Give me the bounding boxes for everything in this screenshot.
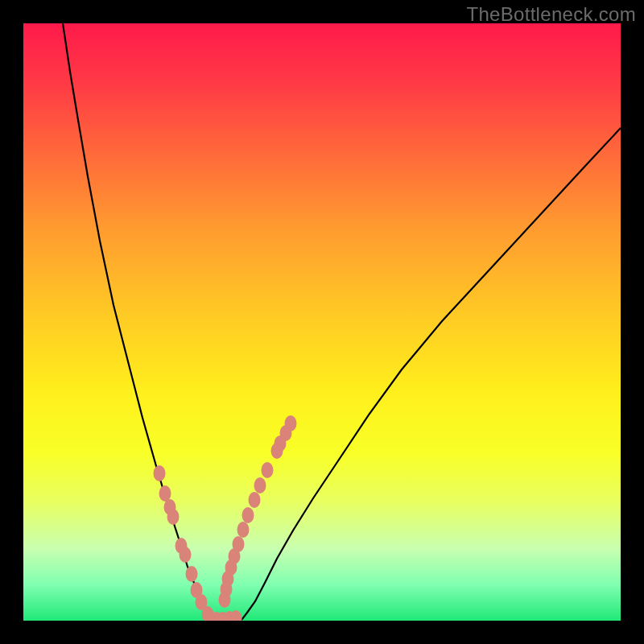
right-curve	[239, 128, 621, 621]
highlight-dot	[230, 610, 242, 621]
highlight-dot	[164, 499, 176, 515]
highlight-dot	[154, 465, 166, 481]
highlight-dot	[225, 559, 237, 576]
highlight-dot	[242, 507, 254, 523]
watermark-text: TheBottleneck.com	[466, 3, 636, 26]
highlight-dot	[202, 606, 214, 621]
highlight-dot	[249, 492, 261, 508]
highlight-dot	[196, 594, 208, 610]
highlight-dot	[191, 582, 203, 598]
highlight-dot	[204, 611, 217, 621]
highlight-dot	[211, 612, 223, 621]
left-curve	[63, 23, 211, 621]
curve-overlay	[23, 23, 621, 621]
highlight-dot	[217, 612, 229, 621]
highlight-dot	[280, 425, 292, 441]
highlight-dot	[222, 571, 234, 587]
highlight-dot	[186, 566, 198, 582]
highlight-dot	[167, 509, 180, 525]
highlight-dot	[175, 538, 188, 554]
highlight-dot	[229, 548, 241, 564]
highlight-dot	[285, 415, 297, 431]
highlight-dot	[237, 522, 250, 538]
highlight-dot	[224, 611, 236, 621]
highlight-dot	[233, 536, 245, 552]
gradient-plot-area	[23, 23, 621, 621]
highlight-dot	[219, 592, 231, 608]
highlight-dot	[262, 462, 274, 478]
highlight-dot	[271, 443, 283, 459]
highlight-dots-left	[154, 465, 214, 621]
highlight-dot	[275, 436, 287, 452]
highlight-dot	[159, 485, 171, 502]
highlight-dots-bottom	[204, 610, 242, 621]
highlight-dot	[254, 477, 266, 493]
highlight-dot	[221, 581, 233, 597]
highlight-dots-right	[219, 415, 297, 608]
highlight-dot	[180, 547, 192, 563]
